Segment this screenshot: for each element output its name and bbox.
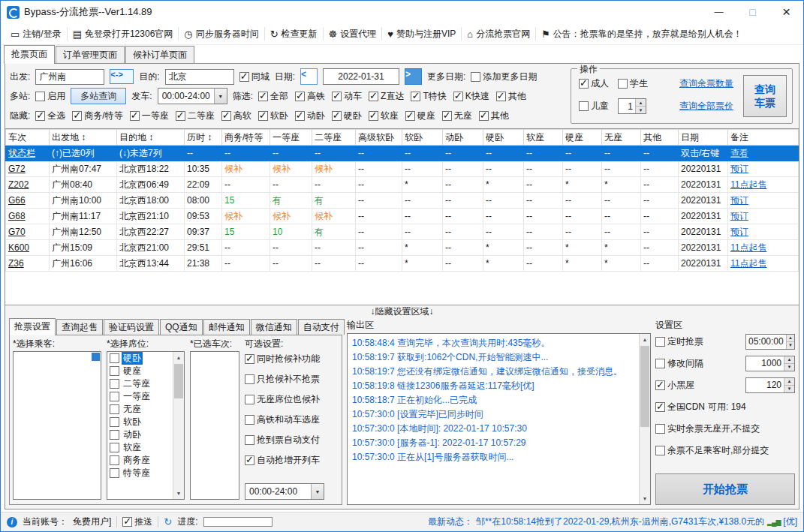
- checkbox-option[interactable]: 自动抢增开列车: [245, 454, 339, 467]
- table-row[interactable]: G72广州南07:47北京西18:2210:35候补候补候补----------…: [6, 161, 799, 177]
- hidden-settings-divider[interactable]: ↓隐藏设置区域↓: [5, 305, 799, 318]
- toolbar-item[interactable]: ▤ 免登录打开12306官网: [68, 27, 179, 41]
- next-date-button[interactable]: >: [405, 68, 422, 85]
- checkbox-option[interactable]: T特快: [411, 90, 446, 103]
- table-row[interactable]: Z202广州08:40北京西06:4922:09--------*--*--**…: [6, 177, 799, 193]
- table-header-cell[interactable]: 高级软卧: [356, 130, 402, 146]
- checkbox-option[interactable]: 高铁和动车选座: [245, 413, 339, 426]
- checkbox-option[interactable]: Z直达: [369, 90, 404, 103]
- checkbox-option[interactable]: K快速: [453, 90, 489, 103]
- scroll-up-icon[interactable]: [640, 334, 650, 345]
- checkbox-option[interactable]: 无座: [442, 110, 472, 122]
- checkbox-option[interactable]: 硬卧: [332, 110, 362, 122]
- checkbox-option[interactable]: 全部: [258, 90, 288, 103]
- toolbar-item[interactable]: ⚑ 公告：抢票靠的是坚持，放弃就是给别人机会！: [536, 27, 748, 41]
- table-row[interactable]: G66广州南10:00北京西18:0008:0015有有------------…: [6, 193, 799, 209]
- query-price-link[interactable]: 查询全部票价: [679, 100, 733, 113]
- settings-tab[interactable]: 自动支付: [298, 319, 345, 335]
- spinner-up-button[interactable]: [784, 378, 794, 386]
- table-header-cell[interactable]: 无座: [602, 130, 641, 146]
- spinner-down-button[interactable]: [787, 342, 794, 349]
- table-row[interactable]: K600广州15:09北京西21:0029:51--------*--*--**…: [6, 240, 799, 256]
- swap-stations-button[interactable]: <->: [110, 69, 134, 84]
- minimize-button[interactable]: [702, 1, 736, 23]
- close-button[interactable]: [769, 1, 803, 23]
- realtime-no-seat-checkbox[interactable]: 实时余票无座开,不提交: [655, 422, 795, 435]
- checkbox-option[interactable]: 硬座: [405, 110, 435, 122]
- partial-submit-checkbox[interactable]: 余票不足乘客时,部分提交: [655, 444, 795, 457]
- toolbar-item[interactable]: ☸ 设置代理: [324, 27, 383, 41]
- seat-option[interactable]: 一等座: [107, 390, 173, 403]
- toolbar-item[interactable]: ↻ 检查更新: [265, 27, 324, 41]
- black-room-spinner[interactable]: 120: [745, 377, 795, 393]
- scroll-track[interactable]: [640, 345, 650, 493]
- checkbox-option[interactable]: 动车: [332, 90, 362, 103]
- checkbox-option[interactable]: 动卧: [295, 110, 325, 122]
- table-header-cell[interactable]: 二等座: [312, 130, 356, 146]
- checkbox-option[interactable]: 商务/特等: [72, 110, 122, 122]
- checkbox-option[interactable]: 只抢候补不抢票: [245, 373, 339, 386]
- checkbox-option[interactable]: 抢到票自动支付: [245, 434, 339, 446]
- spinner-up-button[interactable]: [636, 99, 646, 107]
- modify-interval-checkbox[interactable]: 修改间隔: [655, 357, 745, 370]
- seat-listbox[interactable]: 硬卧 硬座 二等座 一等座 无座 软卧 动卧 软座 商务座 特等座: [107, 351, 185, 500]
- checkbox-option[interactable]: 软卧: [258, 110, 288, 122]
- push-checkbox[interactable]: 推送: [122, 515, 152, 528]
- checkbox-option[interactable]: 二等座: [176, 110, 215, 122]
- child-checkbox[interactable]: 儿童: [579, 100, 609, 113]
- settings-tab[interactable]: 验证码设置: [104, 319, 159, 335]
- same-city-checkbox[interactable]: 同城: [239, 71, 270, 83]
- toolbar-item[interactable]: ⌂ 分流抢票官网: [462, 27, 536, 41]
- multi-enable-checkbox[interactable]: 启用: [35, 90, 65, 103]
- spinner-down-button[interactable]: [784, 386, 794, 392]
- settings-tab[interactable]: QQ通知: [160, 319, 203, 335]
- checkbox-option[interactable]: 其他: [479, 110, 509, 122]
- main-tab[interactable]: 候补订单页面: [125, 46, 194, 63]
- table-header-cell[interactable]: 车次: [6, 130, 50, 146]
- prev-date-button[interactable]: <: [300, 68, 318, 85]
- checkbox-option[interactable]: 其他: [496, 90, 526, 103]
- depart-input[interactable]: 广州南: [35, 69, 104, 85]
- checkbox-option[interactable]: 高铁: [295, 90, 325, 103]
- dest-input[interactable]: 北京: [165, 69, 234, 85]
- settings-tab[interactable]: 查询起售: [56, 319, 103, 335]
- table-header-cell[interactable]: 历时 ↕: [185, 130, 222, 146]
- table-header-cell[interactable]: 软座: [524, 130, 563, 146]
- toolbar-item[interactable]: ▭ 注销/登录: [5, 27, 68, 41]
- start-grab-button[interactable]: 开始抢票: [655, 473, 795, 505]
- toolbar-item[interactable]: ◷ 同步服务器时间: [179, 27, 264, 41]
- add-more-dates-checkbox[interactable]: 添加更多日期: [471, 71, 537, 83]
- depart-time-select[interactable]: 00:00-24:00: [158, 88, 227, 104]
- spinner-down-button[interactable]: [636, 107, 646, 113]
- table-header-cell[interactable]: 出发地 ↕: [50, 130, 117, 146]
- black-room-checkbox[interactable]: 小黑屋: [655, 379, 745, 392]
- child-count-spinner[interactable]: 1: [618, 98, 646, 114]
- scroll-down-icon[interactable]: [640, 493, 650, 504]
- scroll-thumb[interactable]: [174, 364, 183, 398]
- seat-option[interactable]: 动卧: [107, 428, 173, 441]
- table-header-cell[interactable]: 动卧: [443, 130, 483, 146]
- scroll-up-icon[interactable]: [173, 352, 184, 363]
- seat-option[interactable]: 硬座: [107, 365, 173, 377]
- table-header-cell[interactable]: 商务/特等: [222, 130, 270, 146]
- settings-tab[interactable]: 抢票设置: [9, 318, 56, 335]
- table-header-cell[interactable]: 其他: [641, 130, 679, 146]
- selected-trains-listbox[interactable]: [190, 351, 239, 500]
- table-header-cell[interactable]: 硬座: [563, 130, 602, 146]
- multi-query-button[interactable]: 多站查询: [71, 88, 126, 104]
- checkbox-option[interactable]: 同时抢候补功能: [245, 353, 339, 365]
- checkbox-option[interactable]: 一等座: [130, 110, 169, 122]
- table-row[interactable]: 状态栏(↑)已选0列(↓)未选7列-----------------------…: [6, 146, 799, 161]
- seat-option[interactable]: 软卧: [107, 416, 173, 428]
- spinner-up-button[interactable]: [787, 335, 794, 342]
- checkbox-option[interactable]: 无座席位也候补: [245, 393, 339, 406]
- table-row[interactable]: Z36广州16:06北京西13:4421:38--------*--*--**-…: [6, 256, 799, 272]
- table-header-cell[interactable]: 硬卧: [483, 130, 524, 146]
- table-header-cell[interactable]: 日期: [679, 130, 728, 146]
- table-header-cell[interactable]: 目的地 ↕: [117, 130, 185, 146]
- settings-tab[interactable]: 邮件通知: [203, 319, 250, 335]
- passenger-listbox[interactable]: [13, 351, 101, 500]
- seat-scrollbar[interactable]: [173, 352, 184, 499]
- table-header-cell[interactable]: 备注: [728, 130, 799, 146]
- timed-grab-spinner[interactable]: 05:00:00: [745, 334, 795, 350]
